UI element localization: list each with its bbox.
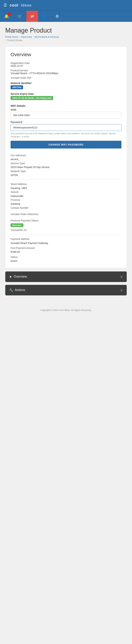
registration-date: 2020-12-07: [10, 64, 122, 67]
order-ref-label: Vumatel Order Ref:: [10, 76, 122, 79]
overview-collapsible-label: Overview: [14, 275, 27, 278]
overview-collapsible-header[interactable]: ★ Overview ∨: [5, 272, 127, 282]
footer: Copyright © 2021 Cool Ideas. All Rights …: [0, 305, 132, 315]
wrench-icon: 🔧: [9, 288, 13, 292]
transfer-icon: ⇄: [30, 14, 34, 19]
first-payment-label: First Payment Amount: [10, 246, 122, 250]
divider-1: [10, 180, 122, 180]
our-ref-value: service_: [10, 157, 122, 161]
password-input[interactable]: [10, 124, 122, 131]
contact-label: Contact Number: [10, 206, 122, 210]
overview-card: Overview Registration Date 2020-12-07 Pr…: [5, 47, 127, 268]
main-content: Overview Registration Date 2020-12-07 Pr…: [0, 43, 132, 304]
breadcrumb-current: Product Details: [7, 39, 22, 42]
suburb-label: Suburb: [10, 190, 122, 194]
suburb-value: Dobsonville: [10, 194, 122, 198]
expiry-badge: 2021-07-16 02:00:00 - 151 Day(s) left: [10, 96, 53, 100]
header: ☰ cool ideas: [0, 0, 132, 10]
breadcrumb-sub: / Product Details: [5, 39, 127, 42]
overview-collapsible-title: ★ Overview: [9, 275, 27, 279]
service-type-value: 20/10 Base Prepaid 28 Day Service: [10, 165, 122, 169]
nav-account[interactable]: 👤: [38, 11, 51, 22]
cart-icon: 🛒: [18, 14, 22, 19]
actions-collapsible-title: 🔧 Actions: [9, 288, 25, 292]
menu-icon[interactable]: ☰: [4, 3, 7, 8]
breadcrumb-client[interactable]: Client Area: [21, 36, 32, 38]
breadcrumb-portal[interactable]: Portal Home: [5, 36, 18, 38]
ssid-display: SW-1000-5492: [10, 112, 122, 118]
product-label: Product/Service: [10, 69, 122, 72]
vumatel-ref-label: Vumatel Order Reference: [10, 212, 122, 216]
address-section: Street Address Gauteng, 1863 Suburb Dobs…: [10, 182, 122, 210]
service-type-label: Service Type:: [10, 161, 122, 165]
payment-status-section: Previous Payment Status: Success Transac…: [10, 218, 122, 232]
our-ref-section: Our reference: service_ Service Type: 20…: [10, 154, 122, 177]
payment-status-badge: Success: [10, 223, 24, 227]
account-icon: 👤: [42, 14, 47, 19]
nav-settings[interactable]: ⚙: [51, 11, 63, 22]
settings-icon: ⚙: [56, 14, 59, 19]
star-icon: ★: [9, 275, 12, 279]
street-value: Gauteng, 1863: [10, 186, 122, 190]
our-ref-label: Our reference:: [10, 154, 122, 157]
network-id-badge: 4857544: [10, 85, 23, 89]
nav-transfer[interactable]: ⇄: [26, 11, 38, 22]
password-hint: Your password must be 8-20 characters lo…: [10, 132, 122, 138]
vumatel-ref-section: Vumatel Order Reference: [10, 212, 122, 216]
nav-cart[interactable]: 🛒: [13, 11, 26, 22]
overview-collapsible[interactable]: ★ Overview ∨: [5, 272, 127, 282]
nav-notifications[interactable]: 🔔 1: [0, 11, 13, 22]
transaction-label: Transaction ID:: [10, 228, 122, 232]
change-wifi-button[interactable]: CHANGE WIFI PASSWORD: [10, 141, 122, 148]
payment-method-section: Payment Method Vumatel Reach Payment Gat…: [10, 237, 122, 263]
actions-collapsible-label: Actions: [15, 288, 25, 292]
logo: cool ideas: [10, 3, 128, 8]
network-type-value: GPON: [10, 173, 122, 177]
network-id-label: Network Identifier:: [10, 82, 122, 84]
page-title: Manage Product: [5, 27, 127, 34]
status-label: Status: [10, 255, 122, 259]
page-header: Manage Product Portal Home / Client Area…: [0, 22, 132, 43]
payment-status-label: Previous Payment Status:: [10, 218, 122, 222]
actions-collapsible[interactable]: 🔧 Actions ∨: [5, 285, 127, 296]
expiry-label: Service Expiry Date:: [10, 92, 122, 95]
footer-text: Copyright © 2021 Cool Ideas. All Rights …: [40, 309, 92, 312]
chevron-down-icon: ∨: [120, 274, 123, 279]
wifi-section: WiFi Details SSID SW-1000-5492 Password …: [10, 104, 122, 152]
breadcrumb-products[interactable]: My Products & Services: [35, 36, 59, 38]
notification-badge: 1: [8, 12, 11, 16]
actions-collapsible-header[interactable]: 🔧 Actions ∨: [5, 285, 127, 296]
payment-method-value: Vumatel Reach Payment Gateway: [10, 241, 122, 245]
navbar: 🔔 1 🛒 ⇄ 👤 ⚙: [0, 10, 132, 22]
password-label: Password: [10, 121, 122, 124]
province-label: Province: [10, 198, 122, 202]
street-label: Street Address: [10, 182, 122, 186]
payment-method-label: Payment Method: [10, 237, 122, 241]
product-value: Vumatel Reach - FTTH-REACH-20/10Mbps: [10, 72, 122, 75]
overview-title: Overview: [10, 52, 122, 58]
ssid-label: SSID: [10, 108, 122, 111]
network-type-label: Network Type:: [10, 169, 122, 173]
divider-2: [10, 234, 122, 235]
status-value: Active: [10, 259, 122, 263]
first-payment-value: R389.00: [10, 250, 122, 254]
wifi-label: WiFi Details: [10, 104, 122, 107]
registration-label: Registration Date: [10, 62, 122, 64]
province-value: Gauteng: [10, 202, 122, 206]
chevron-down-icon-actions: ∨: [120, 288, 123, 292]
breadcrumb: Portal Home / Client Area / My Products …: [5, 36, 127, 38]
